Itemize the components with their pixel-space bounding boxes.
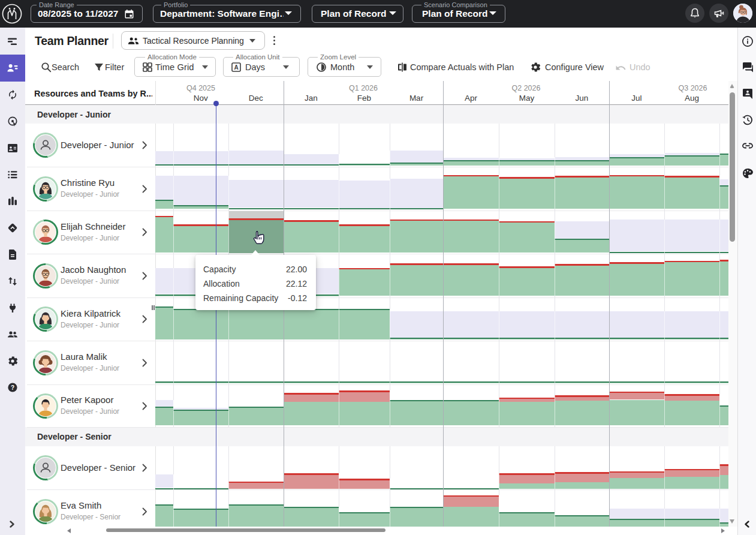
svg-text:?: ? bbox=[10, 384, 14, 391]
